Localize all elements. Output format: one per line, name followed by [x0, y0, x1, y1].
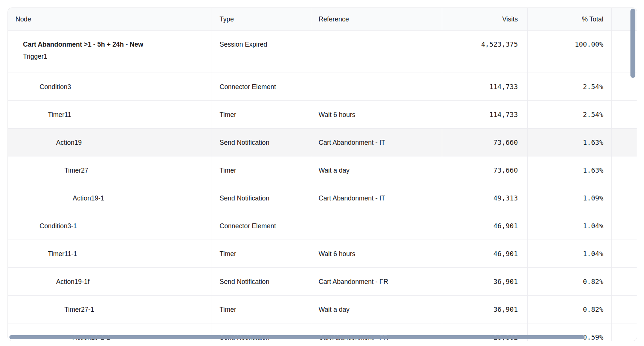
type-cell: Timer — [212, 101, 311, 128]
type-cell: Timer — [212, 156, 311, 184]
column-header-node[interactable]: Node — [8, 8, 212, 30]
filler-cell — [612, 240, 637, 267]
node-name: Action19 — [56, 137, 204, 149]
filler-cell — [612, 129, 637, 156]
table-row[interactable]: Condition3 Connector Element 114,733 2.5… — [8, 73, 637, 101]
filler-cell — [612, 212, 637, 240]
node-cell: Timer11-1 — [8, 240, 212, 267]
node-cell: Condition3-1 — [8, 212, 212, 240]
node-name: Cart Abandonment >1 - 5h + 24h - New — [23, 38, 204, 50]
filler-cell — [612, 184, 637, 212]
node-cell: Condition3 — [8, 73, 212, 100]
table-row[interactable]: Action19-1 Send Notification Cart Abando… — [8, 184, 637, 212]
table-row[interactable]: Action19-1f Send Notification Cart Aband… — [8, 268, 637, 296]
visits-cell: 46,901 — [442, 240, 528, 267]
node-cell: Action19-1f — [8, 268, 212, 295]
visits-cell: 36,901 — [442, 296, 528, 323]
visits-cell: 46,901 — [442, 212, 528, 240]
column-header-visits[interactable]: Visits — [442, 8, 528, 30]
type-cell: Send Notification — [212, 184, 311, 212]
filler-cell — [612, 323, 637, 341]
filler-cell — [612, 296, 637, 323]
table-row[interactable]: Timer11 Timer Wait 6 hours 114,733 2.54% — [8, 101, 637, 129]
pct-total-cell: 2.54% — [528, 73, 612, 100]
column-header-pct-total[interactable]: % Total — [528, 8, 612, 30]
filler-cell — [612, 268, 637, 295]
node-name: Timer11-1 — [48, 248, 204, 260]
visits-cell: 114,733 — [442, 101, 528, 128]
type-cell: Connector Element — [212, 212, 311, 240]
pct-total-cell: 100.00% — [528, 31, 612, 73]
reference-cell: Wait a day — [311, 296, 442, 323]
reference-cell: Wait a day — [311, 156, 442, 184]
type-cell: Send Notification — [212, 268, 311, 295]
filler-cell — [612, 101, 637, 128]
pct-total-cell: 0.82% — [528, 268, 612, 295]
node-cell: Timer27 — [8, 156, 212, 184]
table-body: Cart Abandonment >1 - 5h + 24h - New Tri… — [8, 31, 637, 341]
node-name: Action19-1f — [56, 276, 204, 288]
pct-total-cell: 1.63% — [528, 156, 612, 184]
node-cell: Action19 — [8, 129, 212, 156]
type-cell: Timer — [212, 296, 311, 323]
table-header-row: Node Type Reference Visits % Total — [8, 8, 637, 31]
node-name: Timer11 — [48, 109, 204, 121]
reference-cell: Cart Abandonment - IT — [311, 184, 442, 212]
pct-total-cell: 0.82% — [528, 296, 612, 323]
node-cell: Cart Abandonment >1 - 5h + 24h - New Tri… — [8, 31, 212, 73]
reference-cell — [311, 212, 442, 240]
type-cell: Timer — [212, 240, 311, 267]
visits-cell: 73,660 — [442, 129, 528, 156]
reference-cell — [311, 73, 442, 100]
visits-cell: 36,901 — [442, 268, 528, 295]
visits-cell: 114,733 — [442, 73, 528, 100]
node-cell: Timer11 — [8, 101, 212, 128]
reference-cell — [311, 31, 442, 73]
table-row[interactable]: Timer11-1 Timer Wait 6 hours 46,901 1.04… — [8, 240, 637, 268]
filler-cell — [612, 156, 637, 184]
pct-total-cell: 1.04% — [528, 212, 612, 240]
node-name: Action19-1 — [73, 192, 204, 204]
reference-cell: Wait 6 hours — [311, 101, 442, 128]
pct-total-cell: 2.54% — [528, 101, 612, 128]
reference-cell: Cart Abandonment - FR — [311, 268, 442, 295]
reference-cell: Cart Abandonment - IT — [311, 129, 442, 156]
visits-cell: 4,523,375 — [442, 31, 528, 73]
type-cell: Connector Element — [212, 73, 311, 100]
vertical-scrollbar-thumb[interactable] — [630, 9, 635, 78]
node-cell: Action19-1 — [8, 184, 212, 212]
column-header-reference[interactable]: Reference — [311, 8, 442, 30]
table-row[interactable]: Timer27 Timer Wait a day 73,660 1.63% — [8, 156, 637, 184]
node-cell: Timer27-1 — [8, 296, 212, 323]
reference-cell: Wait 6 hours — [311, 240, 442, 267]
type-cell: Session Expired — [212, 31, 311, 73]
table-row[interactable]: Action19 Send Notification Cart Abandonm… — [8, 129, 637, 156]
pct-total-cell: 1.63% — [528, 129, 612, 156]
node-name: Condition3 — [40, 81, 204, 93]
table-row[interactable]: Timer27-1 Timer Wait a day 36,901 0.82% — [8, 296, 637, 323]
visits-cell: 73,660 — [442, 156, 528, 184]
node-name: Timer27 — [64, 164, 204, 176]
visits-cell: 49,313 — [442, 184, 528, 212]
type-cell: Send Notification — [212, 129, 311, 156]
table-row[interactable]: Condition3-1 Connector Element 46,901 1.… — [8, 212, 637, 240]
table-row[interactable]: Cart Abandonment >1 - 5h + 24h - New Tri… — [8, 31, 637, 73]
node-name: Condition3-1 — [40, 220, 204, 232]
pct-total-cell: 1.04% — [528, 240, 612, 267]
pct-total-cell: 1.09% — [528, 184, 612, 212]
horizontal-scrollbar-thumb[interactable] — [9, 335, 584, 339]
node-stats-table: Node Type Reference Visits % Total Cart … — [8, 8, 637, 341]
node-name: Timer27-1 — [64, 304, 204, 316]
node-subtitle: Trigger1 — [23, 50, 204, 62]
column-header-type[interactable]: Type — [212, 8, 311, 30]
